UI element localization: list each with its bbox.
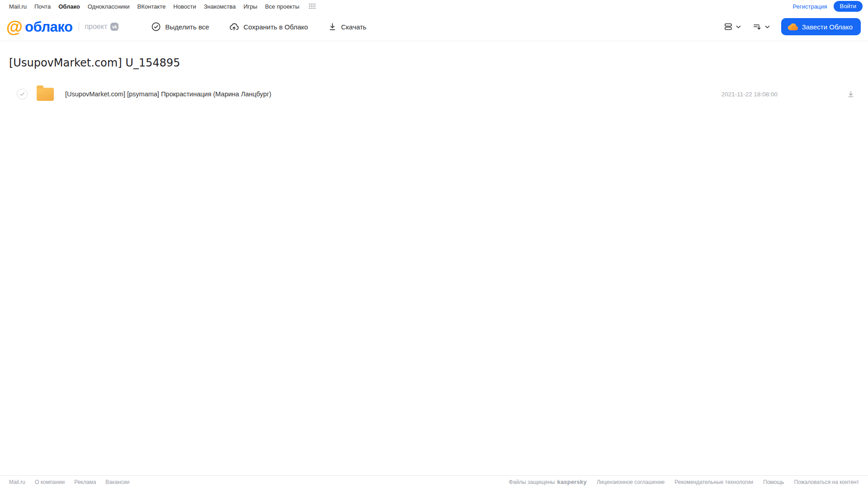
apps-grid-icon[interactable] — [309, 4, 316, 9]
footer-link-mailru[interactable]: Mail.ru — [9, 479, 25, 485]
footer-right-links: Файлы защищены kaspersky Лицензионное со… — [509, 479, 859, 485]
portal-navbar: Mail.ru Почта Облако Одноклассники ВКонт… — [0, 0, 868, 13]
select-all-button[interactable]: Выделить все — [151, 22, 209, 32]
download-label: Скачать — [341, 23, 366, 31]
get-cloud-button[interactable]: Завести Облако — [781, 18, 861, 35]
kaspersky-protection: Файлы защищены kaspersky — [509, 479, 587, 485]
project-label: проект — [85, 23, 107, 31]
logo-divider — [79, 22, 79, 31]
footer-link-about[interactable]: О компании — [35, 479, 65, 485]
portal-link-all-projects[interactable]: Все проекты — [265, 3, 299, 10]
portal-link-znakomstva[interactable]: Знакомства — [204, 3, 236, 10]
toolbar: Выделить все Сохранить в Облако Скачат — [151, 22, 366, 32]
cloud-upload-icon — [229, 22, 239, 32]
portal-link-igry[interactable]: Игры — [243, 3, 257, 10]
portal-link-pochta[interactable]: Почта — [34, 3, 51, 10]
cloud-logo[interactable]: @ облако проект vk — [6, 19, 119, 35]
footer-link-ads[interactable]: Реклама — [74, 479, 96, 485]
footer-left-links: Mail.ru О компании Реклама Вакансии — [9, 479, 129, 485]
save-to-cloud-button[interactable]: Сохранить в Облако — [229, 22, 308, 32]
sort-icon — [752, 22, 762, 32]
file-row[interactable]: [UsupovMarket.com] [psymama] Прокрастина… — [9, 83, 859, 105]
file-name-link[interactable]: [UsupovMarket.com] [psymama] Прокрастина… — [65, 90, 721, 98]
footer-link-recommendation-tech[interactable]: Рекомендательные технологии — [675, 479, 754, 485]
portal-link-odnoklassniki[interactable]: Одноклассники — [88, 3, 130, 10]
portal-link-oblako[interactable]: Облако — [58, 3, 80, 10]
portal-auth: Регистрация Войти — [793, 1, 863, 12]
folder-icon — [37, 88, 54, 101]
protected-text: Файлы защищены — [509, 479, 555, 485]
footer-link-help[interactable]: Помощь — [763, 479, 784, 485]
portal-links: Mail.ru Почта Облако Одноклассники ВКонт… — [9, 3, 316, 10]
header-right-controls: Завести Облако — [723, 18, 861, 35]
mailru-at-icon: @ — [6, 19, 23, 35]
list-view-icon — [723, 22, 733, 32]
chevron-down-icon — [735, 24, 741, 30]
select-all-label: Выделить все — [165, 23, 209, 31]
chevron-down-icon — [764, 24, 770, 30]
row-download-icon[interactable] — [846, 90, 855, 99]
header: @ облако проект vk Выделить все — [0, 13, 868, 41]
download-button[interactable]: Скачать — [328, 22, 366, 31]
registration-link[interactable]: Регистрация — [793, 3, 827, 10]
footer-link-jobs[interactable]: Вакансии — [105, 479, 129, 485]
cloud-color-icon — [787, 23, 798, 31]
portal-link-mailru[interactable]: Mail.ru — [9, 3, 27, 10]
footer: Mail.ru О компании Реклама Вакансии Файл… — [0, 475, 868, 488]
view-mode-dropdown[interactable] — [723, 22, 741, 32]
page-title: [UsupovMarket.com] U_154895 — [9, 57, 859, 69]
main-content: [UsupovMarket.com] U_154895 [UsupovMarke… — [0, 57, 868, 105]
download-icon — [328, 22, 337, 31]
kaspersky-logo[interactable]: kaspersky — [557, 479, 587, 485]
portal-link-novosti[interactable]: Новости — [173, 3, 196, 10]
login-button[interactable]: Войти — [834, 1, 863, 12]
row-checkbox[interactable] — [17, 89, 28, 99]
sort-dropdown[interactable] — [752, 22, 770, 32]
portal-link-vkontakte[interactable]: ВКонтакте — [138, 3, 166, 10]
footer-link-license[interactable]: Лицензионное соглашение — [597, 479, 664, 485]
get-cloud-label: Завести Облако — [802, 23, 853, 31]
logo-text: облако — [25, 20, 72, 34]
check-circle-icon — [151, 22, 161, 32]
footer-link-report-content[interactable]: Пожаловаться на контент — [794, 479, 859, 485]
save-to-cloud-label: Сохранить в Облако — [243, 23, 308, 31]
vk-icon: vk — [110, 23, 119, 31]
file-date: 2021-11-22 18:08:00 — [721, 91, 778, 98]
